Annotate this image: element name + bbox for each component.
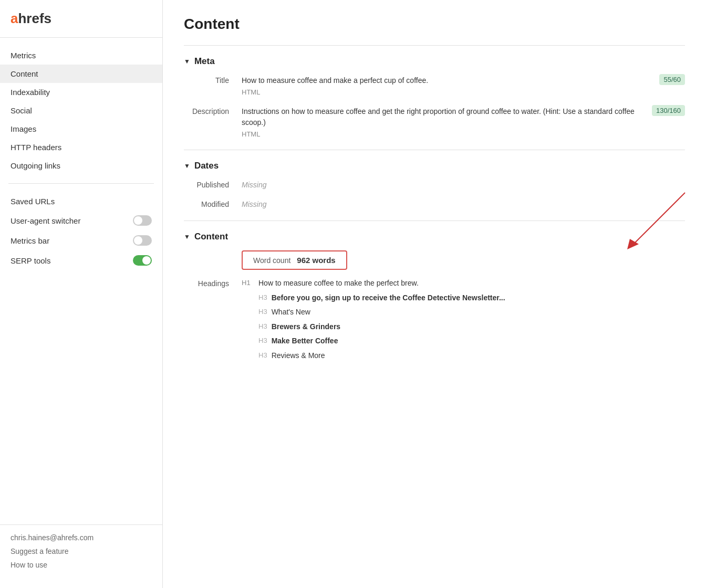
title-score-end: 55/60 <box>659 75 685 83</box>
heading-tag-h3-3: H3 <box>252 336 267 344</box>
modified-missing: Missing <box>242 200 266 208</box>
title-value: How to measure coffee and make a perfect… <box>242 75 651 98</box>
heading-text-h3-1: What's New <box>272 307 310 318</box>
published-missing: Missing <box>242 181 266 189</box>
title-score-badge: 55/60 <box>659 74 685 85</box>
nav-divider-1 <box>8 183 154 184</box>
heading-text-h3-0: Before you go, sign up to receive the Co… <box>272 293 505 303</box>
word-count-label-inner: Word count <box>253 256 290 265</box>
word-count-row: Word count 962 words <box>184 250 685 270</box>
title-html-tag: HTML <box>242 87 651 98</box>
main-content: Content ▼ Meta Title How to measure coff… <box>163 0 706 588</box>
serp-tools-label: SERP tools <box>11 256 50 265</box>
sidebar: ahrefs Metrics Content Indexability Soci… <box>0 0 163 588</box>
heading-item-h3-1: H3 What's New <box>242 307 685 318</box>
description-label: Description <box>184 106 242 116</box>
metrics-bar-label: Metrics bar <box>11 236 49 245</box>
serp-tools-toggle[interactable] <box>133 255 152 266</box>
heading-item-h3-4: H3 Reviews & More <box>242 351 685 361</box>
heading-tag-h3-0: H3 <box>252 293 267 301</box>
content-section-header: ▼ Content <box>184 232 685 242</box>
sidebar-item-content[interactable]: Content <box>0 65 162 83</box>
content-arrow-icon: ▼ <box>184 233 190 240</box>
modified-label: Modified <box>184 199 242 208</box>
description-html-tag: HTML <box>242 129 643 140</box>
title-row: Title How to measure coffee and make a p… <box>184 75 685 98</box>
meta-section-header: ▼ Meta <box>184 56 685 67</box>
meta-table: Title How to measure coffee and make a p… <box>184 75 685 139</box>
logo-area: ahrefs <box>0 10 162 38</box>
sidebar-item-social[interactable]: Social <box>0 101 162 120</box>
dates-section-header: ▼ Dates <box>184 161 685 171</box>
description-value: Instructions on how to measure coffee an… <box>242 106 643 140</box>
dates-table: Published Missing Modified Missing <box>184 180 685 210</box>
sidebar-item-http-headers[interactable]: HTTP headers <box>0 138 162 156</box>
logo-accent: a <box>11 10 18 26</box>
user-email: chris.haines@ahrefs.com <box>11 533 94 542</box>
heading-text-h3-4: Reviews & More <box>272 351 325 361</box>
user-agent-label: User-agent switcher <box>11 216 80 225</box>
sidebar-footer: chris.haines@ahrefs.com Suggest a featur… <box>0 524 162 578</box>
heading-item-h3-3: H3 Make Better Coffee <box>242 336 685 346</box>
annotation-container: Word count 962 words <box>184 250 685 270</box>
sidebar-item-saved-urls[interactable]: Saved URLs <box>0 192 162 211</box>
title-text: How to measure coffee and make a perfect… <box>242 75 651 86</box>
tools-section: Saved URLs User-agent switcher Metrics b… <box>0 188 162 275</box>
how-to-use-link[interactable]: How to use <box>11 561 152 569</box>
meta-section-title: Meta <box>194 56 215 67</box>
divider-top <box>184 45 685 46</box>
description-row: Description Instructions on how to measu… <box>184 106 685 140</box>
published-row: Published Missing <box>184 180 685 191</box>
published-label: Published <box>184 180 242 189</box>
published-value: Missing <box>242 180 685 191</box>
modified-row: Modified Missing <box>184 199 685 210</box>
user-agent-toggle[interactable] <box>133 215 152 226</box>
meta-arrow-icon: ▼ <box>184 58 190 65</box>
heading-tag-h3-2: H3 <box>252 322 267 330</box>
logo-text: hrefs <box>18 10 51 26</box>
content-section-title: Content <box>194 232 228 242</box>
heading-tag-h3-4: H3 <box>252 351 267 359</box>
divider-meta-dates <box>184 150 685 150</box>
heading-item-h3-2: H3 Brewers & Grinders <box>242 322 685 332</box>
description-score-badge: 130/160 <box>652 105 685 116</box>
dates-arrow-icon: ▼ <box>184 162 190 170</box>
sidebar-item-indexability[interactable]: Indexability <box>0 83 162 101</box>
heading-item-h1: H1 How to measure coffee to make the per… <box>242 278 685 289</box>
dates-section-title: Dates <box>194 161 219 171</box>
title-label: Title <box>184 75 242 85</box>
heading-tag-h1: H1 <box>242 278 254 287</box>
page-title: Content <box>184 16 685 33</box>
heading-text-h3-3: Make Better Coffee <box>272 336 338 346</box>
logo[interactable]: ahrefs <box>11 10 152 27</box>
toggle-row-user-agent: User-agent switcher <box>0 211 162 230</box>
modified-value: Missing <box>242 199 685 210</box>
toggle-row-metrics-bar: Metrics bar <box>0 230 162 250</box>
heading-text-h3-2: Brewers & Grinders <box>272 322 341 332</box>
nav-section: Metrics Content Indexability Social Imag… <box>0 38 162 179</box>
toggle-row-serp-tools: SERP tools <box>0 250 162 270</box>
sidebar-item-metrics[interactable]: Metrics <box>0 46 162 65</box>
headings-row: Headings H1 How to measure coffee to mak… <box>184 278 685 365</box>
suggest-feature-link[interactable]: Suggest a feature <box>11 547 152 555</box>
headings-label: Headings <box>184 278 242 288</box>
heading-text-h1: How to measure coffee to make the perfec… <box>258 278 419 289</box>
divider-dates-content <box>184 220 685 221</box>
heading-tag-h3-1: H3 <box>252 307 267 316</box>
description-score-end: 130/160 <box>652 106 685 114</box>
sidebar-item-outgoing-links[interactable]: Outgoing links <box>0 156 162 175</box>
metrics-bar-toggle[interactable] <box>133 235 152 246</box>
sidebar-item-images[interactable]: Images <box>0 120 162 138</box>
word-count-box: Word count 962 words <box>242 250 347 270</box>
word-count-value: 962 words <box>297 256 335 265</box>
heading-item-h3-0: H3 Before you go, sign up to receive the… <box>242 293 685 303</box>
description-text: Instructions on how to measure coffee an… <box>242 106 643 128</box>
headings-list: H1 How to measure coffee to make the per… <box>242 278 685 365</box>
